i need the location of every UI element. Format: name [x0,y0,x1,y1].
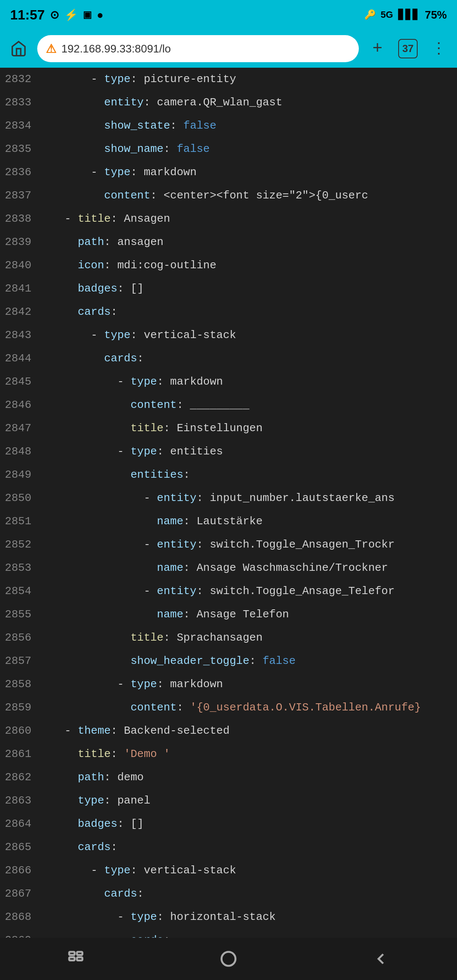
code-line: 2856 title: Sprachansagen [0,626,457,650]
url-text: 192.168.99.33:8091/lo [61,42,171,55]
line-number: 2837 [0,184,38,207]
line-content: title: 'Demo ' [38,743,457,766]
line-number: 2840 [0,254,38,277]
line-content: title: Sprachansagen [38,626,457,650]
code-line: 2843 - type: vertical-stack [0,324,457,347]
line-number: 2848 [0,440,38,463]
line-number: 2836 [0,161,38,184]
tab-count-button[interactable]: 37 [396,37,420,61]
line-number: 2866 [0,859,38,882]
line-number: 2865 [0,836,38,859]
line-content: cards: [38,882,457,906]
line-content: - type: markdown [38,370,457,394]
code-line: 2861 title: 'Demo ' [0,743,457,766]
line-content: cards: [38,347,457,370]
line-number: 2851 [0,510,38,533]
code-line: 2851 name: Lautstärke [0,510,457,533]
nav-recent-button[interactable] [51,942,102,976]
code-line: 2862 path: demo [0,766,457,789]
code-line: 2848 - type: entities [0,440,457,463]
dot-icon: ● [97,8,104,22]
line-content: show_header_toggle: false [38,650,457,673]
line-content: cards: [38,300,457,324]
code-line: 2867 cards: [0,882,457,906]
line-content: entity: camera.QR_wlan_gast [38,91,457,114]
line-content: - type: markdown [38,673,457,696]
code-line: 2864 badges: [] [0,812,457,836]
lightning-icon: ⚡ [64,8,78,22]
line-number: 2867 [0,882,38,906]
line-content: - type: vertical-stack [38,324,457,347]
line-number: 2864 [0,812,38,836]
line-number: 2841 [0,277,38,300]
key-icon: 🔑 [364,9,376,20]
line-number: 2859 [0,696,38,719]
code-line: 2832 - type: picture-entity [0,68,457,91]
code-line: 2850 - entity: input_number.lautstaerke_… [0,487,457,510]
line-number: 2844 [0,347,38,370]
menu-button[interactable]: ⋮ [427,37,450,61]
code-line: 2840 icon: mdi:cog-outline [0,254,457,277]
code-line: 2841 badges: [] [0,277,457,300]
code-line: 2834 show_state: false [0,114,457,138]
line-number: 2843 [0,324,38,347]
line-number: 2858 [0,673,38,696]
nav-back-button[interactable] [355,942,406,976]
line-content: badges: [] [38,812,457,836]
nav-home-button[interactable] [203,942,254,976]
warning-icon: ⚠ [46,42,56,56]
code-line: 2854 - entity: switch.Toggle_Ansage_Tele… [0,580,457,603]
line-content: name: Lautstärke [38,510,457,533]
line-content: - entity: switch.Toggle_Ansage_Telefor [38,580,457,603]
code-line: 2833 entity: camera.QR_wlan_gast [0,91,457,114]
line-content: title: Einstellungen [38,417,457,440]
line-content: cards: [38,836,457,859]
code-line: 2865 cards: [0,836,457,859]
nav-bar [0,938,457,980]
code-line: 2847 title: Einstellungen [0,417,457,440]
line-content: type: panel [38,789,457,812]
url-bar[interactable]: ⚠ 192.168.99.33:8091/lo [37,35,359,62]
svg-rect-3 [77,957,83,960]
new-tab-button[interactable]: + [366,37,389,61]
line-content: - entity: input_number.lautstaerke_ans [38,487,457,510]
code-line: 2845 - type: markdown [0,370,457,394]
line-content: name: Ansage Telefon [38,603,457,626]
line-number: 2861 [0,743,38,766]
line-number: 2857 [0,650,38,673]
line-number: 2862 [0,766,38,789]
line-number: 2868 [0,906,38,929]
line-content: - type: horizontal-stack [38,906,457,929]
line-number: 2838 [0,207,38,231]
line-content: content: <center><font size="2">{0_userc [38,184,457,207]
svg-point-4 [222,952,236,966]
line-content: - type: picture-entity [38,68,457,91]
vpn-icon: ⊙ [50,8,59,22]
code-line: 2836 - type: markdown [0,161,457,184]
status-left: 11:57 ⊙ ⚡ ▣ ● [10,7,104,23]
code-line: 2839 path: ansagen [0,231,457,254]
svg-rect-1 [69,957,75,960]
home-icon[interactable] [7,37,30,61]
code-line: 2838 - title: Ansagen [0,207,457,231]
browser-bar: ⚠ 192.168.99.33:8091/lo + 37 ⋮ [0,30,457,68]
code-line: 2863 type: panel [0,789,457,812]
line-content: - theme: Backend-selected [38,719,457,743]
svg-rect-0 [69,952,75,955]
line-content: name: Ansage Waschmaschine/Trockner [38,556,457,580]
line-number: 2846 [0,394,38,417]
line-number: 2856 [0,626,38,650]
line-content: - type: markdown [38,161,457,184]
network-icon: 5G [381,9,393,20]
line-content: show_state: false [38,114,457,138]
dots-icon: ⋮ [431,39,446,58]
status-right: 🔑 5G ▋▋▋ 75% [364,8,447,22]
line-content: - entity: switch.Toggle_Ansagen_Trockr [38,533,457,556]
code-line: 2849 entities: [0,463,457,487]
signal-icon: ▋▋▋ [398,9,420,20]
line-number: 2845 [0,370,38,394]
sim-icon: ▣ [83,9,92,20]
code-line: 2859 content: '{0_userdata.O.VIS.Tabelle… [0,696,457,719]
code-line: 2853 name: Ansage Waschmaschine/Trockner [0,556,457,580]
line-content: content: _________ [38,394,457,417]
